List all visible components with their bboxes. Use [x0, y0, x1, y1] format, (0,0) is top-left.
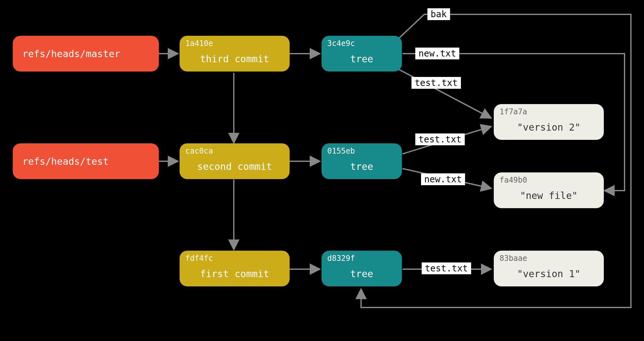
commit-hash: cac0ca	[185, 147, 213, 155]
blob-label: "new file"	[494, 190, 604, 201]
edge-label-testtxt-t2: test.txt	[415, 133, 465, 145]
tree-label: tree	[322, 53, 402, 64]
commit-hash: 1a410e	[185, 39, 213, 48]
edge-label-newtxt-t3: new.txt	[415, 48, 459, 59]
commit-hash: fdf4fc	[185, 254, 213, 263]
tree-hash: 0155eb	[327, 147, 355, 155]
edge-t3-testtxt-to-v2	[396, 68, 491, 118]
blob-label: "version 1"	[494, 268, 604, 279]
blob-node-v2: 1f7a7a "version 2"	[494, 104, 604, 140]
tree-node-t1: d8329f tree	[322, 251, 402, 286]
blob-node-v1: 83baae "version 1"	[494, 251, 604, 286]
tree-hash: 3c4e9c	[327, 39, 355, 48]
blob-node-newfile: fa49b0 "new file"	[494, 172, 604, 208]
commit-label: third commit	[180, 53, 290, 64]
ref-label: refs/heads/test	[22, 156, 109, 167]
edge-label-testtxt-t3: test.txt	[411, 77, 461, 89]
commit-label: first commit	[180, 268, 290, 279]
tree-hash: d8329f	[327, 254, 355, 263]
edge-label-newtxt-t2: new.txt	[421, 173, 465, 185]
edge-label-bak: bak	[427, 8, 450, 20]
edge-label-testtxt-t1: test.txt	[422, 262, 471, 274]
tree-node-t3: 3c4e9c tree	[322, 36, 402, 72]
blob-hash: 1f7a7a	[500, 107, 527, 116]
commit-label: second commit	[180, 161, 290, 172]
tree-label: tree	[322, 161, 402, 172]
commit-node-second: cac0ca second commit	[180, 143, 290, 179]
tree-label: tree	[322, 268, 402, 279]
blob-hash: 83baae	[500, 254, 527, 263]
blob-hash: fa49b0	[500, 176, 527, 185]
ref-node-master: refs/heads/master	[13, 36, 159, 72]
git-object-graph-canvas: refs/heads/master refs/heads/test 1a410e…	[0, 0, 644, 341]
commit-node-first: fdf4fc first commit	[180, 251, 290, 286]
tree-node-t2: 0155eb tree	[322, 143, 402, 179]
ref-node-test: refs/heads/test	[13, 143, 159, 179]
blob-label: "version 2"	[494, 122, 604, 133]
commit-node-third: 1a410e third commit	[180, 36, 290, 72]
ref-label: refs/heads/master	[22, 48, 120, 59]
